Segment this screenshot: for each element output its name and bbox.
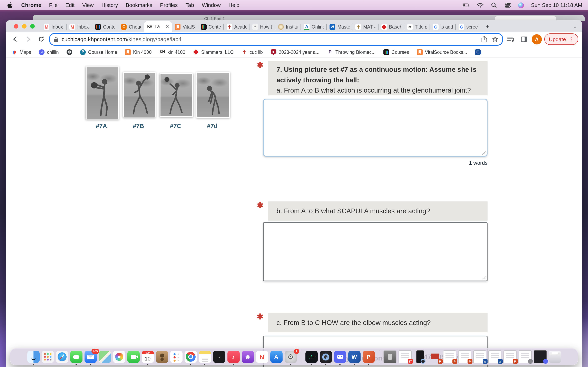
dock-thumb-window-icon[interactable] bbox=[518, 350, 531, 363]
siri-icon[interactable] bbox=[518, 2, 524, 8]
tab-close-icon[interactable]: ✕ bbox=[165, 24, 169, 29]
control-center-icon[interactable] bbox=[504, 2, 511, 8]
forward-button[interactable] bbox=[23, 34, 34, 44]
dock-thumb-ppt-red-icon[interactable]: P bbox=[429, 351, 441, 363]
dock-appstore-icon[interactable]: A bbox=[270, 351, 282, 363]
dock-finder-icon[interactable] bbox=[27, 351, 39, 363]
menu-item-tab[interactable]: Tab bbox=[186, 2, 194, 8]
dock-chrome-icon[interactable] bbox=[184, 351, 197, 363]
menu-bar-clock[interactable]: Sun Sep 10 11:18 AM bbox=[531, 2, 582, 8]
tab-chegg[interactable]: CChegg bbox=[118, 22, 144, 32]
menu-item-edit[interactable]: Edit bbox=[65, 2, 75, 8]
bookmark-slammers-llc[interactable]: Slammers, LLC bbox=[193, 49, 233, 55]
tab-title-p[interactable]: ❧Title p bbox=[404, 22, 430, 32]
answer-textarea-q7b[interactable] bbox=[263, 222, 488, 281]
tab-search-chevron-icon[interactable]: ⌄ bbox=[573, 24, 577, 29]
menu-item-file[interactable]: File bbox=[49, 2, 58, 8]
tab-how-t[interactable]: ⌂How t bbox=[250, 22, 275, 32]
tab-scree[interactable]: Gscree bbox=[456, 22, 481, 32]
dock-safari-icon[interactable] bbox=[56, 351, 68, 363]
apple-logo-icon[interactable] bbox=[7, 2, 13, 8]
media-controls-icon[interactable] bbox=[506, 34, 516, 44]
dock-photos-icon[interactable] bbox=[113, 351, 125, 363]
tab-online[interactable]: AOnline bbox=[301, 22, 327, 32]
tab-inbox[interactable]: MInbox bbox=[67, 22, 92, 32]
tab-la[interactable]: KHLa✕ bbox=[144, 21, 172, 32]
dock-reminders-icon[interactable] bbox=[170, 351, 182, 363]
dock-podcasts-icon[interactable]: ◉ bbox=[242, 351, 254, 363]
dock-news-icon[interactable]: N bbox=[256, 351, 268, 363]
dock-calendar-icon[interactable]: SEP10 bbox=[141, 351, 154, 363]
bookmark-cuc-lib[interactable]: ✝cuc lib bbox=[241, 49, 263, 55]
side-panel-icon[interactable] bbox=[519, 34, 529, 44]
menu-app-name[interactable]: Chrome bbox=[21, 2, 41, 8]
menu-item-window[interactable]: Window bbox=[202, 2, 221, 8]
tab-acade[interactable]: ✝Acade bbox=[224, 22, 249, 32]
dock-music-icon[interactable]: ♪ bbox=[227, 351, 240, 363]
dock-appletv-icon[interactable]: tv bbox=[213, 351, 225, 363]
menu-item-history[interactable]: History bbox=[102, 2, 118, 8]
resize-grip-icon[interactable] bbox=[482, 276, 485, 279]
menu-item-bookmarks[interactable]: Bookmarks bbox=[126, 2, 152, 8]
tab-vitals[interactable]: VitalS bbox=[172, 22, 198, 32]
dock-quicktime-icon[interactable] bbox=[320, 351, 332, 363]
dock-thumb-calendar-icon[interactable]: 17 bbox=[398, 350, 411, 363]
bookmark-eblue[interactable]: E bbox=[475, 49, 481, 55]
dock-maps-icon[interactable] bbox=[99, 351, 111, 363]
dock-thumb-phone-icon[interactable] bbox=[414, 350, 426, 363]
dock-mail-icon[interactable]: 969 bbox=[84, 351, 96, 363]
menu-item-help[interactable]: Help bbox=[228, 2, 240, 8]
zoom-window-button[interactable] bbox=[30, 24, 35, 29]
dock-thumb-photo-icon[interactable] bbox=[383, 350, 396, 363]
bookmark-maps[interactable]: Maps bbox=[11, 49, 31, 55]
dock-thumb-dark-icon[interactable] bbox=[534, 350, 546, 363]
bookmark-globe[interactable]: ◍ bbox=[67, 49, 72, 55]
spotlight-search-icon[interactable] bbox=[491, 2, 498, 8]
bookmark-course-home[interactable]: PCourse Home bbox=[80, 49, 117, 55]
dock-thumb-ppt-icon[interactable]: P bbox=[443, 350, 456, 363]
dock-facetime-icon[interactable] bbox=[127, 351, 139, 363]
dock-thumb-ppt-icon[interactable]: P bbox=[503, 350, 516, 363]
dock-launchpad-icon[interactable] bbox=[42, 351, 54, 363]
menu-item-profiles[interactable]: Profiles bbox=[160, 2, 178, 8]
bookmark-courses[interactable]: Courses bbox=[383, 49, 409, 55]
menu-item-view[interactable]: View bbox=[82, 2, 94, 8]
battery-icon[interactable] bbox=[463, 2, 470, 8]
minimize-window-button[interactable] bbox=[22, 24, 26, 29]
new-tab-button[interactable]: + bbox=[486, 23, 490, 30]
dock-word-icon[interactable]: W bbox=[348, 351, 360, 363]
close-window-button[interactable] bbox=[14, 24, 18, 29]
dock-thumb-word-icon[interactable]: W bbox=[473, 350, 486, 363]
dock-trash-icon[interactable] bbox=[549, 351, 561, 363]
tab-conte[interactable]: Conte bbox=[198, 22, 224, 32]
dock-discord-icon[interactable] bbox=[334, 351, 346, 363]
back-button[interactable] bbox=[10, 34, 20, 44]
tab-conte[interactable]: Conte bbox=[93, 22, 118, 32]
dock-powerpoint-icon[interactable]: P bbox=[362, 351, 375, 363]
dock-messages-icon[interactable] bbox=[70, 351, 82, 363]
dock-thumb-word-icon[interactable]: W bbox=[488, 350, 501, 363]
share-icon[interactable] bbox=[481, 36, 487, 42]
bookmark-throwing-biomec-[interactable]: PThrowing Biomec... bbox=[327, 49, 376, 55]
profile-avatar[interactable]: A bbox=[532, 34, 542, 44]
tab-maste[interactable]: NMaste bbox=[327, 22, 353, 32]
address-bar[interactable]: cuchicago.khpcontent.com/kinesiology/pag… bbox=[49, 33, 503, 45]
dock-contacts-icon[interactable] bbox=[156, 351, 168, 363]
dock-notes-icon[interactable] bbox=[199, 351, 211, 363]
bookmark-star-icon[interactable] bbox=[492, 36, 498, 42]
bookmark-2023-2024-year-a-[interactable]: ♞2023-2024 year a... bbox=[270, 49, 320, 55]
browser-menu-icon[interactable]: ⋮ bbox=[569, 36, 574, 42]
bookmark-chillin[interactable]: ☺chillin bbox=[39, 49, 59, 55]
tab-baseb[interactable]: Baseb bbox=[378, 22, 404, 32]
dock-thumb-ppt-icon[interactable]: P bbox=[458, 350, 471, 363]
bookmark-kin-4100[interactable]: KHkin 4100 bbox=[159, 49, 185, 55]
tab-mat-[interactable]: ✝MAT - bbox=[353, 22, 378, 32]
answer-textarea-q7a[interactable] bbox=[263, 99, 488, 157]
dock-settings-icon[interactable]: ⚙1 bbox=[285, 351, 297, 363]
tab-inbox[interactable]: MInbox bbox=[41, 22, 67, 32]
dock-activity-icon[interactable] bbox=[305, 351, 318, 363]
reload-button[interactable] bbox=[36, 34, 47, 44]
bookmark-vitalsource-books-[interactable]: VitalSource Books... bbox=[417, 49, 467, 55]
tab-institu[interactable]: Institu bbox=[275, 22, 301, 32]
bookmark-kin-4000[interactable]: Kin 4000 bbox=[125, 49, 152, 55]
